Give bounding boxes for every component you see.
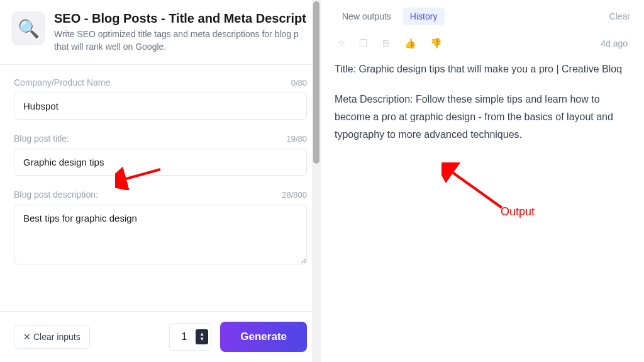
field-blog-description: Blog post description: 28/800 <box>14 189 307 267</box>
footer-bar: ✕ Clear inputs 1 ▲ ▼ Generate <box>0 311 321 362</box>
output-title-line: Title: Graphic design tips that will mak… <box>335 60 630 78</box>
blog-title-input[interactable] <box>14 149 307 176</box>
x-icon: ✕ <box>23 332 31 342</box>
field-company: Company/Product Name 0/80 <box>14 77 307 120</box>
thumbs-up-icon[interactable]: 👍 <box>404 38 416 49</box>
field-blog-title: Blog post title: 19/80 <box>14 133 307 176</box>
scrollbar-thumb[interactable] <box>313 1 319 164</box>
quantity-stepper[interactable]: 1 ▲ ▼ <box>169 323 211 351</box>
magnifying-glass-icon: 🔍 <box>18 18 40 39</box>
header-text: SEO - Blog Posts - Title and Meta Descri… <box>54 11 307 53</box>
blog-desc-input[interactable] <box>14 205 307 264</box>
tab-new-outputs[interactable]: New outputs <box>335 8 399 25</box>
blog-title-count: 19/80 <box>286 134 307 144</box>
template-title: SEO - Blog Posts - Title and Meta Descri… <box>54 11 307 26</box>
output-actions: ☆ ❐ 🗎 👍 👎 4d ago <box>335 38 630 49</box>
blog-desc-count: 28/800 <box>282 190 307 200</box>
blog-title-label: Blog post title: <box>14 133 69 144</box>
quantity-value: 1 <box>181 331 187 342</box>
tabs-row: New outputs History Clear <box>335 8 630 25</box>
clear-inputs-button[interactable]: ✕ Clear inputs <box>14 325 90 349</box>
thumbs-down-icon[interactable]: 👎 <box>430 38 442 49</box>
tab-history[interactable]: History <box>402 8 445 25</box>
star-icon[interactable]: ☆ <box>337 38 345 49</box>
blog-desc-label: Blog post description: <box>14 189 98 200</box>
output-content: Title: Graphic design tips that will mak… <box>335 60 630 144</box>
scrollbar-track[interactable] <box>312 0 321 362</box>
company-input[interactable] <box>14 93 307 120</box>
template-header: 🔍 SEO - Blog Posts - Title and Meta Desc… <box>0 0 321 65</box>
clear-inputs-label: Clear inputs <box>33 332 80 342</box>
output-timestamp: 4d ago <box>601 38 628 48</box>
clear-history-link[interactable]: Clear <box>609 11 630 21</box>
copy-icon[interactable]: ❐ <box>359 38 367 49</box>
template-subtitle: Write SEO optimized title tags and meta … <box>54 28 307 53</box>
trash-icon[interactable]: 🗎 <box>381 38 391 49</box>
left-panel: 🔍 SEO - Blog Posts - Title and Meta Desc… <box>0 0 321 362</box>
template-icon-box: 🔍 <box>11 11 45 45</box>
form-body: Company/Product Name 0/80 Blog post titl… <box>0 65 321 311</box>
quantity-controls[interactable]: ▲ ▼ <box>196 329 208 344</box>
chevron-down-icon: ▼ <box>199 337 204 342</box>
generate-button[interactable]: Generate <box>220 322 307 352</box>
company-label: Company/Product Name <box>14 77 110 88</box>
right-panel: New outputs History Clear ☆ ❐ 🗎 👍 👎 4d a… <box>321 0 644 362</box>
output-meta-line: Meta Description: Follow these simple ti… <box>335 91 630 144</box>
company-count: 0/80 <box>291 78 307 88</box>
